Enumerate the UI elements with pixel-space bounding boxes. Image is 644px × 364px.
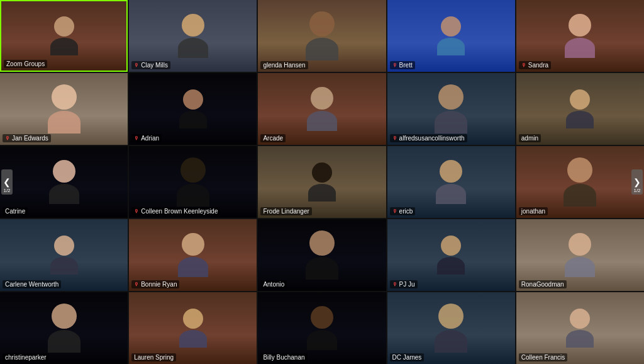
participant-cell-18: Antonio — [258, 219, 386, 291]
person-figure-17 — [178, 233, 208, 277]
person-body-20 — [565, 257, 595, 277]
mic-muted-icon-17: 🎙 — [134, 282, 139, 287]
participant-name-19: PJ Ju — [399, 281, 415, 288]
mic-muted-icon-14: 🎙 — [392, 208, 397, 214]
participant-name-10: admin — [521, 135, 538, 142]
person-body-8 — [307, 111, 337, 131]
person-body-25 — [566, 330, 594, 348]
person-figure-19 — [437, 236, 465, 275]
person-figure-3 — [306, 11, 338, 60]
person-body-15 — [564, 184, 596, 207]
participant-name-8: Arcade — [263, 135, 283, 142]
person-head-3 — [309, 11, 335, 37]
mic-muted-icon-7: 🎙 — [134, 135, 139, 141]
name-tag-18: Antonio — [260, 280, 287, 288]
participant-name-20: RonaGoodman — [521, 281, 564, 288]
participant-name-4: Brett — [399, 62, 413, 69]
person-figure-1 — [50, 16, 78, 55]
participant-name-24: DC James — [392, 354, 422, 361]
participant-cell-15: jonathan — [516, 146, 644, 218]
participant-cell-11: Catrine — [0, 146, 128, 218]
person-figure-7 — [179, 89, 207, 128]
name-tag-24: DC James — [390, 353, 425, 361]
person-head-10 — [570, 89, 590, 110]
person-head-22 — [183, 309, 203, 329]
person-figure-4 — [437, 16, 465, 55]
person-figure-14 — [436, 160, 466, 204]
participant-name-13: Frode Lindanger — [263, 208, 309, 215]
person-body-11 — [49, 184, 79, 204]
participant-name-3: glenda Hansen — [263, 62, 305, 69]
person-body-5 — [565, 38, 595, 58]
person-figure-12 — [177, 157, 209, 207]
person-body-18 — [306, 257, 338, 280]
previous-page-button[interactable]: ❮ 1/2 — [1, 169, 13, 195]
person-head-20 — [569, 233, 591, 256]
name-tag-19: 🎙PJ Ju — [390, 280, 418, 288]
person-figure-6 — [48, 84, 80, 134]
participant-name-2: Clay Mills — [141, 62, 168, 69]
person-head-19 — [441, 236, 461, 256]
person-body-3 — [306, 38, 338, 60]
person-head-4 — [441, 16, 461, 37]
participant-name-5: Sandra — [528, 62, 548, 69]
name-tag-8: Arcade — [260, 134, 286, 142]
person-head-7 — [183, 89, 203, 110]
person-head-21 — [52, 304, 77, 329]
participant-name-7: Adrian — [141, 135, 159, 142]
name-tag-22: Lauren Spring — [131, 353, 176, 361]
participant-name-22: Lauren Spring — [134, 354, 174, 361]
person-body-16 — [50, 257, 78, 275]
person-head-13 — [312, 162, 332, 183]
participant-cell-17: 🎙Bonnie Ryan — [129, 219, 257, 291]
person-head-6 — [52, 84, 77, 110]
person-head-9 — [438, 84, 464, 110]
person-figure-22 — [179, 309, 207, 348]
person-figure-8 — [307, 87, 337, 131]
person-head-16 — [54, 236, 74, 256]
name-tag-14: 🎙ericb — [390, 207, 416, 215]
participant-cell-19: 🎙PJ Ju — [387, 219, 515, 291]
name-tag-7: 🎙Adrian — [131, 134, 162, 142]
participant-name-16: Carlene Wentworth — [5, 281, 58, 288]
participant-cell-6: 🎙Jan Edwards — [0, 73, 128, 145]
next-page-button[interactable]: ❯ 1/2 — [631, 169, 643, 195]
name-tag-5: 🎙Sandra — [519, 61, 551, 69]
mic-muted-icon-12: 🎙 — [134, 208, 139, 214]
participant-name-21: christineparker — [5, 354, 47, 361]
person-body-1 — [50, 38, 78, 55]
participant-cell-13: Frode Lindanger — [258, 146, 386, 218]
person-figure-10 — [566, 89, 594, 128]
page-indicator-right: 1/2 — [633, 188, 640, 193]
mic-muted-icon-5: 🎙 — [521, 62, 526, 68]
mic-muted-icon-6: 🎙 — [5, 135, 10, 141]
person-body-21 — [48, 330, 80, 353]
person-head-15 — [567, 157, 592, 183]
person-body-12 — [177, 184, 209, 207]
participant-cell-1: Zoom Groups — [0, 0, 128, 72]
right-arrow-icon: ❯ — [633, 177, 641, 187]
person-figure-13 — [308, 162, 336, 202]
participant-cell-10: admin — [516, 73, 644, 145]
person-figure-2 — [178, 14, 208, 58]
participant-name-14: ericb — [399, 208, 413, 215]
participant-name-15: jonathan — [521, 208, 545, 215]
name-tag-12: 🎙Colleen Brown Keenleyside — [131, 207, 220, 215]
person-body-2 — [178, 38, 208, 58]
person-head-5 — [569, 14, 591, 37]
participant-cell-24: DC James — [387, 292, 515, 364]
participant-cell-9: 🎙alfredsusancollinsworth — [387, 73, 515, 145]
person-body-9 — [435, 111, 467, 134]
mic-muted-icon-19: 🎙 — [392, 282, 397, 287]
person-body-24 — [435, 330, 467, 353]
name-tag-11: Catrine — [3, 207, 28, 215]
participant-cell-20: RonaGoodman — [516, 219, 644, 291]
person-figure-25 — [566, 309, 594, 348]
name-tag-21: christineparker — [3, 353, 49, 361]
person-head-11 — [53, 160, 75, 183]
person-figure-11 — [49, 160, 79, 204]
person-figure-16 — [50, 236, 78, 275]
name-tag-9: 🎙alfredsusancollinsworth — [390, 134, 467, 142]
participant-cell-7: 🎙Adrian — [129, 73, 257, 145]
participant-cell-3: glenda Hansen — [258, 0, 386, 72]
